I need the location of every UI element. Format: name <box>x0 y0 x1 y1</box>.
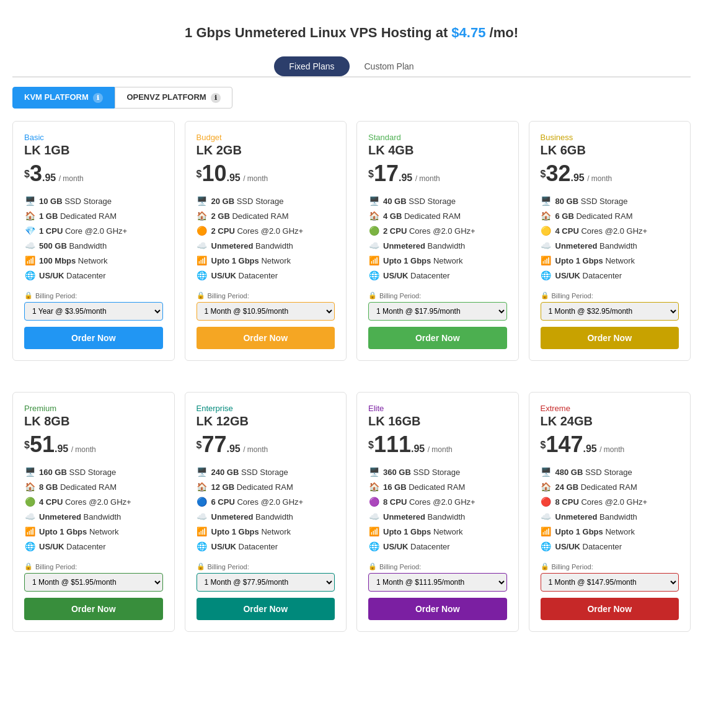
plan-price: $147.95 / month <box>541 433 679 456</box>
plans-row1: Basic LK 1GB $3.95 / month 🖥️ 10 GB SSD … <box>12 121 691 361</box>
feature-icon: 🏠 <box>368 211 379 221</box>
feature-icon: 🌐 <box>368 541 379 551</box>
feature-icon: 📶 <box>24 255 35 265</box>
tab-custom-plan[interactable]: Custom Plan <box>350 56 429 76</box>
price-period: / month <box>71 445 96 454</box>
feature-icon: 💎 <box>24 226 35 236</box>
feature-icon: 🖥️ <box>197 467 208 477</box>
order-now-button[interactable]: Order Now <box>24 598 163 620</box>
plan-price: $3.95 / month <box>24 162 163 185</box>
plan-card: Standard LK 4GB $17.95 / month 🖥️ 40 GB … <box>356 121 519 361</box>
order-now-button[interactable]: Order Now <box>368 327 507 349</box>
plan-features: 🖥️ 240 GB SSD Storage 🏠 12 GB Dedicated … <box>197 464 335 554</box>
feature-icon: 🖥️ <box>368 196 379 206</box>
plan-features: 🖥️ 360 GB SSD Storage 🏠 16 GB Dedicated … <box>368 464 507 554</box>
price-amount: 17 <box>374 161 399 186</box>
plan-price: $51.95 / month <box>24 433 163 456</box>
feature-icon: 🟢 <box>368 226 379 236</box>
plan-name: LK 8GB <box>24 414 163 428</box>
feature-icon: 🌐 <box>197 541 208 551</box>
feature-icon: 🔵 <box>197 497 208 507</box>
price-amount: 32 <box>546 161 570 186</box>
feature-item: 🖥️ 480 GB SSD Storage <box>541 464 679 479</box>
feature-icon: 🌐 <box>24 270 35 280</box>
feature-icon: 🏠 <box>24 482 35 492</box>
price-cents: .95 <box>226 172 240 183</box>
tab-divider <box>12 76 691 78</box>
feature-item: 🖥️ 240 GB SSD Storage <box>197 464 335 479</box>
feature-icon: 🌐 <box>197 270 208 280</box>
plan-name: LK 12GB <box>197 414 335 428</box>
billing-select[interactable]: 1 Month @ $147.95/month <box>541 573 679 592</box>
feature-icon: 🏠 <box>368 482 379 492</box>
feature-item: 🏠 8 GB Dedicated RAM <box>24 479 163 494</box>
platform-openvz-label: OPENVZ PLATFORM <box>126 92 206 102</box>
price-dollar: $ <box>24 440 30 450</box>
price-period: / month <box>243 445 268 454</box>
order-now-button[interactable]: Order Now <box>197 327 335 349</box>
feature-item: 📶 Upto 1 Gbps Network <box>197 524 335 539</box>
feature-item: 📶 Upto 1 Gbps Network <box>197 253 335 268</box>
price-period: / month <box>428 445 453 454</box>
plans-row2: Premium LK 8GB $51.95 / month 🖥️ 160 GB … <box>12 392 691 632</box>
title-part1: 1 Gbps Unmetered Linux VPS Hosting at <box>185 25 451 40</box>
price-cents: .95 <box>55 443 68 454</box>
tab-bar: Fixed Plans Custom Plan <box>12 56 691 76</box>
plan-price: $111.95 / month <box>368 433 507 456</box>
price-cents: .95 <box>226 443 240 454</box>
billing-select[interactable]: 1 Month @ $17.95/month <box>368 302 507 321</box>
feature-item: 🏠 12 GB Dedicated RAM <box>197 479 335 494</box>
feature-icon: 🖥️ <box>541 467 552 477</box>
platform-openvz[interactable]: OPENVZ PLATFORM ℹ <box>115 87 232 109</box>
billing-select[interactable]: 1 Month @ $10.95/month <box>197 302 335 321</box>
feature-item: 🖥️ 40 GB SSD Storage <box>368 193 507 208</box>
plan-name: LK 24GB <box>541 414 679 428</box>
billing-select[interactable]: 1 Month @ $51.95/month <box>24 573 163 592</box>
plan-price: $10.95 / month <box>197 162 335 185</box>
platform-kvm[interactable]: KVM PLATFORM ℹ <box>12 87 115 109</box>
billing-icon: 🔒 <box>197 291 205 300</box>
price-cents: .95 <box>399 172 412 183</box>
feature-icon: 🔴 <box>541 497 552 507</box>
billing-select[interactable]: 1 Month @ $111.95/month <box>368 573 507 592</box>
billing-label: 🔒 Billing Period: <box>197 562 335 570</box>
title-price: $4.75 <box>451 25 485 40</box>
feature-item: ☁️ Unmetered Bandwidth <box>197 238 335 253</box>
feature-item: ☁️ Unmetered Bandwidth <box>541 509 679 524</box>
plan-card: Enterprise LK 12GB $77.95 / month 🖥️ 240… <box>185 392 347 632</box>
feature-item: 📶 Upto 1 Gbps Network <box>541 253 679 268</box>
tab-fixed-plans[interactable]: Fixed Plans <box>274 56 349 76</box>
feature-icon: 🏠 <box>541 482 552 492</box>
feature-item: 🌐 US/UK Datacenter <box>368 539 507 554</box>
feature-icon: 🌐 <box>368 270 379 280</box>
kvm-info-icon: ℹ <box>93 93 103 103</box>
price-amount: 77 <box>201 432 226 457</box>
billing-select[interactable]: 1 Year @ $3.95/month1 Month @ $3.95/mont… <box>24 302 163 321</box>
plan-card: Budget LK 2GB $10.95 / month 🖥️ 20 GB SS… <box>185 121 347 361</box>
price-cents: .95 <box>583 443 596 454</box>
order-now-button[interactable]: Order Now <box>541 327 679 349</box>
order-now-button[interactable]: Order Now <box>541 598 679 620</box>
billing-select[interactable]: 1 Month @ $32.95/month <box>541 302 679 321</box>
price-amount: 147 <box>546 432 583 457</box>
order-now-button[interactable]: Order Now <box>24 327 163 349</box>
feature-item: 📶 Upto 1 Gbps Network <box>24 524 163 539</box>
price-cents: .95 <box>411 443 425 454</box>
feature-item: 🟠 2 CPU Cores @2.0 GHz+ <box>197 223 335 238</box>
feature-icon: 🟡 <box>541 226 552 236</box>
feature-icon: 🌐 <box>24 541 35 551</box>
feature-item: 📶 Upto 1 Gbps Network <box>368 524 507 539</box>
price-cents: .95 <box>42 172 56 183</box>
billing-select[interactable]: 1 Month @ $77.95/month <box>197 573 335 592</box>
feature-item: ☁️ Unmetered Bandwidth <box>368 238 507 253</box>
feature-icon: 🟠 <box>197 226 208 236</box>
feature-icon: ☁️ <box>197 241 208 251</box>
order-now-button[interactable]: Order Now <box>368 598 507 620</box>
billing-icon: 🔒 <box>541 291 549 300</box>
feature-item: 🟣 8 CPU Cores @2.0 GHz+ <box>368 494 507 509</box>
plan-price: $77.95 / month <box>197 433 335 456</box>
platform-bar: KVM PLATFORM ℹ OPENVZ PLATFORM ℹ <box>12 87 691 109</box>
feature-item: 💎 1 CPU Core @2.0 GHz+ <box>24 223 163 238</box>
order-now-button[interactable]: Order Now <box>197 598 335 620</box>
plan-name: LK 1GB <box>24 143 163 158</box>
